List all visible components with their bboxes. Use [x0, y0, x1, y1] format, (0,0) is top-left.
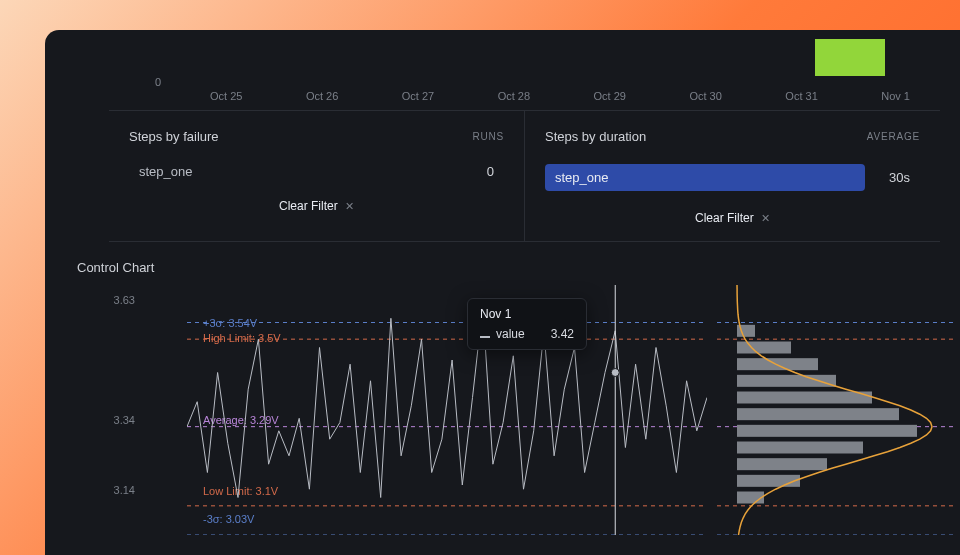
axis-tick: Oct 31 — [785, 90, 817, 102]
axis-tick: Nov 1 — [881, 90, 910, 102]
svg-point-6 — [611, 369, 619, 377]
steps-by-failure-panel: Steps by failure RUNS step_one 0 Clear F… — [109, 111, 524, 241]
duration-step-name: step_one — [545, 164, 865, 191]
steps-by-duration-panel: Steps by duration AVERAGE step_one 30s C… — [524, 111, 940, 241]
control-chart-area: 3.63 3.34 3.14 +3σ: 3.54V High Limit: 3.… — [77, 285, 940, 545]
axis-tick: Oct 27 — [402, 90, 434, 102]
axis-tick: Oct 29 — [594, 90, 626, 102]
svg-rect-13 — [737, 342, 791, 354]
steps-panels: Steps by failure RUNS step_one 0 Clear F… — [109, 110, 940, 242]
failure-step-row[interactable]: step_one 0 — [129, 158, 504, 185]
svg-rect-19 — [737, 442, 863, 454]
failure-panel-title: Steps by failure — [129, 129, 219, 144]
control-line-chart[interactable] — [187, 285, 707, 535]
duration-clear-filter[interactable]: Clear Filter ✕ — [545, 211, 920, 225]
duration-step-value: 30s — [889, 170, 910, 185]
chart-tooltip: Nov 1 value 3.42 — [467, 298, 587, 350]
axis-tick: Oct 30 — [689, 90, 721, 102]
activity-bar-nov1 — [815, 39, 885, 76]
clear-filter-label: Clear Filter — [279, 199, 338, 213]
control-chart-section: Control Chart 3.63 3.34 3.14 +3σ: 3.54V … — [45, 242, 960, 545]
duration-step-row[interactable]: step_one 30s — [545, 158, 920, 197]
date-axis: Oct 25 Oct 26 Oct 27 Oct 28 Oct 29 Oct 3… — [210, 90, 910, 102]
duration-panel-title: Steps by duration — [545, 129, 646, 144]
app-window: 0 Oct 25 Oct 26 Oct 27 Oct 28 Oct 29 Oct… — [45, 30, 960, 555]
distribution-histogram[interactable] — [717, 285, 957, 535]
svg-rect-16 — [737, 392, 872, 404]
failure-step-value: 0 — [487, 164, 494, 179]
axis-tick: Oct 25 — [210, 90, 242, 102]
close-icon: ✕ — [761, 212, 770, 224]
failure-step-name: step_one — [139, 164, 193, 179]
svg-rect-20 — [737, 458, 827, 470]
y-tick-bot: 3.14 — [95, 484, 135, 496]
clear-filter-label: Clear Filter — [695, 211, 754, 225]
control-chart-title: Control Chart — [77, 260, 940, 275]
duration-panel-caption: AVERAGE — [867, 131, 920, 142]
y-zero-label: 0 — [155, 76, 161, 88]
failure-clear-filter[interactable]: Clear Filter ✕ — [129, 199, 504, 213]
tooltip-value: 3.42 — [551, 327, 574, 341]
activity-bar-chart: 0 Oct 25 Oct 26 Oct 27 Oct 28 Oct 29 Oct… — [45, 30, 960, 110]
axis-tick: Oct 26 — [306, 90, 338, 102]
failure-panel-caption: RUNS — [472, 131, 504, 142]
svg-rect-17 — [737, 408, 899, 420]
svg-rect-22 — [737, 492, 764, 504]
svg-rect-21 — [737, 475, 800, 487]
svg-rect-18 — [737, 425, 917, 437]
series-marker-icon — [480, 336, 490, 338]
svg-rect-14 — [737, 358, 818, 370]
close-icon: ✕ — [345, 200, 354, 212]
y-tick-mid: 3.34 — [95, 414, 135, 426]
axis-tick: Oct 28 — [498, 90, 530, 102]
tooltip-date: Nov 1 — [480, 307, 574, 321]
y-tick-top: 3.63 — [95, 294, 135, 306]
tooltip-series-label: value — [496, 327, 525, 341]
